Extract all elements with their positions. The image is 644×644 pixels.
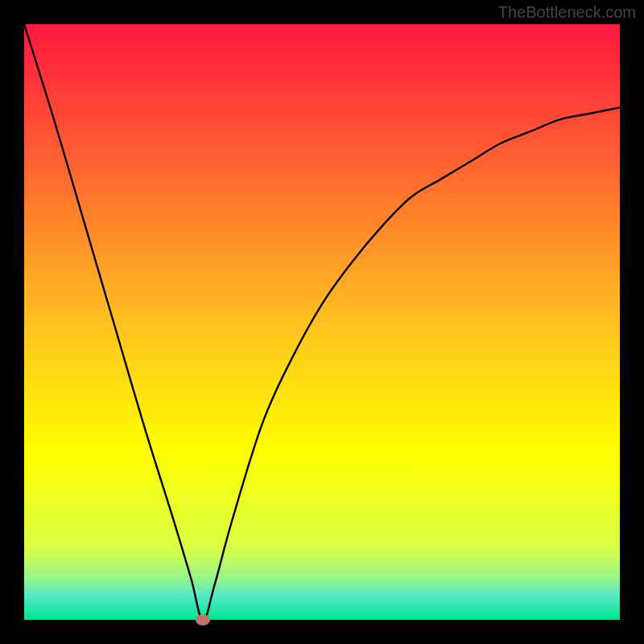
bottleneck-chart [24,24,620,620]
watermark-text: TheBottleneck.com [498,3,636,22]
chart-svg [24,24,620,620]
minimum-marker [196,614,210,625]
